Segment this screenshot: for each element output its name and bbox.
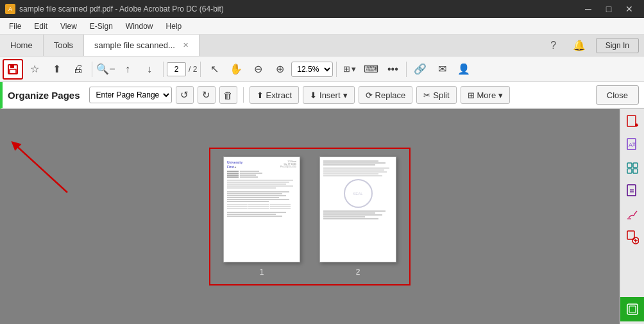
insert-label: Insert (319, 90, 341, 100)
profile-button[interactable]: 👤 (453, 59, 474, 80)
svg-rect-1 (10, 65, 14, 68)
zoom-up-button[interactable]: ↑ (117, 59, 138, 80)
save-button[interactable] (3, 59, 23, 80)
redo-button[interactable]: ↻ (198, 86, 216, 104)
menu-file[interactable]: File (3, 20, 28, 33)
extract-button[interactable]: ⬆ Extract (250, 86, 299, 104)
page-total: / 2 (189, 65, 197, 74)
insert-button[interactable]: ⬇ Insert ▾ (303, 86, 355, 104)
svg-rect-14 (633, 169, 638, 173)
org-separator (243, 87, 244, 103)
extract-label: Extract (266, 90, 292, 100)
notifications-icon[interactable]: 🔔 (570, 37, 588, 55)
more-label: More (477, 90, 496, 100)
page-number-2: 2 (356, 268, 360, 277)
more-chevron: ▾ (498, 90, 503, 100)
maximize-button[interactable]: □ (599, 0, 618, 18)
svg-rect-24 (629, 306, 636, 312)
toolbar: ☆ ⬆ 🖨 🔍− ↑ ↓ 2 / 2 ↖ ✋ ⊖ ⊕ 12.5% 25% 50%… (0, 56, 644, 82)
replace-label: Replace (375, 90, 406, 100)
window-title: sample file scanned pdf.pdf - Adobe Acro… (19, 4, 224, 13)
page-input[interactable]: 2 (167, 62, 186, 76)
select-tool[interactable]: ↖ (204, 59, 225, 80)
menu-edit[interactable]: Edit (28, 20, 54, 33)
replace-button[interactable]: ⟳ Replace (359, 86, 413, 104)
screenshot-icon[interactable] (620, 297, 645, 321)
page-area: UniversityFirst★ 123 StreetCity, ST 1234… (0, 109, 620, 324)
split-label: Split (433, 90, 449, 100)
split-button[interactable]: ✂ Split (416, 86, 456, 104)
link-button[interactable]: 🔗 (410, 59, 430, 80)
more-tools-button[interactable]: ••• (382, 59, 403, 80)
zoom-out-button[interactable]: 🔍− (96, 59, 116, 80)
tab-home-label: Home (10, 40, 33, 50)
menu-help[interactable]: Help (160, 20, 189, 33)
tab-document-label: sample file scanned... (94, 40, 175, 50)
svg-rect-11 (627, 163, 632, 167)
insert-icon: ⬇ (310, 90, 317, 100)
organize-pages-title: Organize Pages (8, 90, 80, 101)
main-area: UniversityFirst★ 123 StreetCity, ST 1234… (0, 109, 644, 324)
svg-rect-5 (627, 115, 636, 126)
more-button[interactable]: ⊞ More ▾ (461, 86, 511, 104)
menu-window[interactable]: Window (119, 20, 160, 33)
pdf-add-icon[interactable] (622, 112, 643, 132)
menu-esign[interactable]: E-Sign (83, 20, 119, 33)
undo-button[interactable]: ↺ (176, 86, 194, 104)
delete-button[interactable]: 🗑 (219, 86, 237, 104)
tab-tools-label: Tools (54, 40, 73, 50)
menu-view[interactable]: View (54, 20, 83, 33)
insert-chevron: ▾ (343, 90, 348, 100)
page-thumb-1[interactable]: UniversityFirst★ 123 StreetCity, ST 1234… (223, 157, 300, 277)
pdf-translate-icon[interactable]: A文 (622, 135, 643, 155)
fit-page-icon: ⊞ (343, 64, 350, 74)
more-icon: ⊞ (468, 90, 475, 100)
tab-close-icon[interactable]: ✕ (183, 41, 189, 49)
title-bar-left: A sample file scanned pdf.pdf - Adobe Ac… (5, 4, 224, 14)
close-organize-button[interactable]: Close (596, 85, 639, 105)
add-file-icon[interactable] (622, 227, 643, 248)
app-icon: A (5, 4, 15, 14)
svg-rect-2 (10, 69, 16, 74)
hand-tool[interactable]: ✋ (226, 59, 246, 80)
separator-4 (336, 62, 337, 77)
zoom-down-button[interactable]: ↓ (139, 59, 160, 80)
upload-button[interactable]: ⬆ (46, 59, 67, 80)
page-range-select[interactable]: Enter Page Range (89, 87, 172, 103)
sign-in-button[interactable]: Sign In (596, 38, 639, 53)
title-bar: A sample file scanned pdf.pdf - Adobe Ac… (0, 0, 644, 18)
tab-tools[interactable]: Tools (44, 35, 84, 56)
separator-1 (92, 62, 92, 77)
help-icon[interactable]: ? (545, 37, 563, 55)
minimize-button[interactable]: ─ (579, 0, 598, 18)
pdf-export-icon[interactable] (622, 181, 643, 201)
fit-page-chevron: ▾ (352, 64, 356, 74)
tab-bar: Home Tools sample file scanned... ✕ ? 🔔 … (0, 35, 644, 56)
extract-icon: ⬆ (257, 90, 264, 100)
page-thumb-2[interactable]: SEAL 2 (319, 157, 396, 277)
separator-2 (163, 62, 164, 77)
pages-container: UniversityFirst★ 123 StreetCity, ST 1234… (209, 148, 411, 286)
page-number-1: 1 (260, 268, 264, 277)
svg-rect-13 (627, 169, 632, 173)
print-button[interactable]: 🖨 (68, 59, 89, 80)
title-bar-controls[interactable]: ─ □ ✕ (579, 0, 639, 18)
bookmark-button[interactable]: ☆ (24, 59, 45, 80)
svg-line-4 (15, 144, 67, 192)
separator-5 (406, 62, 407, 77)
close-button[interactable]: ✕ (620, 0, 639, 18)
sign-document-icon[interactable] (622, 204, 643, 225)
page-image-1[interactable]: UniversityFirst★ 123 StreetCity, ST 1234… (223, 157, 300, 262)
tab-home[interactable]: Home (0, 35, 44, 56)
grid-view-icon[interactable] (622, 158, 643, 178)
zoom-out-btn2[interactable]: ⊖ (248, 59, 268, 80)
tab-document[interactable]: sample file scanned... ✕ (84, 35, 199, 56)
scan-button[interactable]: ⌨ (360, 59, 381, 80)
page-image-2[interactable]: SEAL (319, 157, 396, 262)
fit-page-button[interactable]: ⊞ ▾ (340, 59, 359, 80)
mail-button[interactable]: ✉ (432, 59, 452, 80)
zoom-select[interactable]: 12.5% 25% 50% 75% 100% (291, 62, 333, 77)
zoom-in-btn2[interactable]: ⊕ (269, 59, 290, 80)
menu-bar: File Edit View E-Sign Window Help (0, 18, 644, 35)
svg-rect-12 (633, 163, 638, 167)
